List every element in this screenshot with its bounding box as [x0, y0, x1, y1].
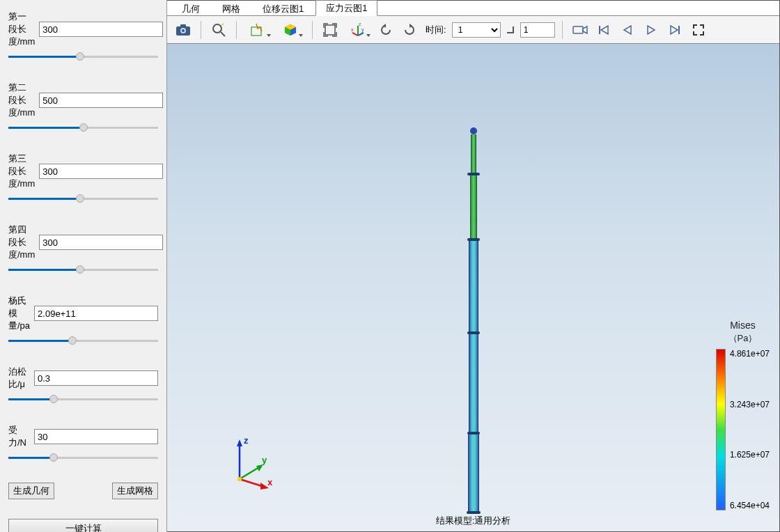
view-orientation-button[interactable]: zyx: [343, 19, 373, 40]
tab-geometry[interactable]: 几何: [171, 1, 210, 16]
legend-unit: （Pa）: [716, 332, 770, 345]
chevron-down-icon: [299, 34, 303, 37]
step-end-icon: [506, 26, 515, 34]
svg-point-3: [182, 29, 185, 32]
svg-line-33: [240, 467, 259, 479]
view-tabs: 几何 网格 位移云图1 应力云图1: [167, 1, 779, 16]
video-camera-icon: [572, 24, 588, 36]
3d-viewport[interactable]: z y x Mises （Pa） 4.861e+07 3.243e+07 1.6…: [167, 44, 779, 531]
svg-point-4: [213, 24, 221, 33]
svg-rect-1: [180, 24, 186, 27]
svg-marker-26: [624, 26, 631, 34]
param-label: 杨氏模量/pa: [8, 295, 30, 332]
fit-icon: [323, 23, 337, 37]
play-button[interactable]: [641, 19, 662, 40]
legend-tick: 3.243e+07: [730, 400, 770, 409]
generate-mesh-button[interactable]: 生成网格: [112, 483, 158, 499]
time-label: 时间:: [426, 24, 446, 36]
tab-mesh[interactable]: 网格: [212, 1, 251, 16]
chevron-down-icon: [366, 34, 370, 37]
param-label: 第四段长度/mm: [8, 224, 35, 261]
time-end-button[interactable]: [504, 19, 517, 40]
svg-rect-29: [678, 26, 680, 34]
svg-text:y: y: [262, 455, 267, 465]
screenshot-button[interactable]: [173, 19, 194, 40]
axes-icon: zyx: [351, 23, 365, 37]
param-label: 第三段长度/mm: [8, 152, 35, 190]
length1-slider[interactable]: [8, 52, 158, 62]
legend-colorbar: [716, 349, 726, 510]
svg-text:x: x: [267, 477, 273, 487]
length4-slider[interactable]: [8, 265, 158, 275]
svg-marker-34: [256, 464, 263, 471]
length2-input[interactable]: [39, 93, 163, 108]
model-rod: [469, 127, 478, 514]
svg-marker-31: [237, 439, 242, 446]
fullscreen-button[interactable]: [688, 19, 709, 40]
rotate-cw-button[interactable]: [399, 19, 420, 40]
time-select[interactable]: 1: [452, 22, 501, 38]
poisson-ratio-input[interactable]: [34, 370, 158, 386]
skip-start-icon: [598, 24, 609, 36]
zoom-button[interactable]: [208, 19, 229, 40]
play-reverse-icon: [622, 24, 633, 36]
tab-displacement[interactable]: 位移云图1: [252, 1, 314, 16]
cursor-box-icon: [251, 23, 266, 37]
generate-geometry-button[interactable]: 生成几何: [8, 483, 54, 499]
rotate-ccw-button[interactable]: [375, 19, 396, 40]
svg-rect-22: [573, 26, 583, 33]
svg-line-14: [352, 33, 358, 36]
play-icon: [646, 24, 657, 36]
youngs-modulus-slider[interactable]: [8, 336, 158, 346]
rotate-cw-icon: [403, 23, 416, 37]
compute-button[interactable]: 一键计算: [8, 519, 158, 532]
chevron-down-icon: [267, 34, 271, 37]
svg-point-39: [237, 477, 242, 481]
svg-line-5: [221, 32, 225, 36]
svg-line-13: [358, 33, 364, 36]
legend-title: Mises: [716, 320, 770, 331]
selection-mode-button[interactable]: [244, 19, 273, 40]
svg-text:y: y: [361, 27, 364, 33]
svg-marker-23: [583, 26, 587, 33]
skip-end-icon: [669, 24, 680, 36]
legend-tick: 6.454e+04: [730, 501, 770, 510]
frame-spin[interactable]: [520, 22, 555, 38]
fit-view-button[interactable]: [320, 19, 341, 40]
first-frame-button[interactable]: [593, 19, 614, 40]
svg-text:x: x: [351, 27, 354, 32]
record-button[interactable]: [570, 19, 591, 40]
length3-input[interactable]: [39, 164, 163, 179]
length2-slider[interactable]: [8, 123, 158, 133]
svg-rect-21: [507, 32, 513, 33]
poisson-ratio-slider[interactable]: [8, 395, 158, 405]
param-label: 泊松比/μ: [8, 366, 30, 391]
magnifier-icon: [212, 23, 226, 37]
expand-icon: [693, 24, 704, 36]
viewport-toolbar: zyx 时间: 1: [167, 16, 779, 44]
tab-stress[interactable]: 应力云图1: [315, 0, 377, 16]
svg-rect-6: [251, 27, 261, 36]
svg-marker-28: [671, 26, 678, 34]
svg-line-36: [240, 479, 264, 487]
prev-frame-button[interactable]: [617, 19, 638, 40]
result-model-label: 结果模型:通用分析: [436, 515, 511, 527]
youngs-modulus-input[interactable]: [34, 306, 158, 321]
svg-rect-11: [325, 25, 335, 35]
length4-input[interactable]: [39, 235, 163, 250]
legend-tick: 1.625e+07: [730, 450, 770, 460]
parameter-panel: 第一段长度/mm 第二段长度/mm 第三段长度/mm: [0, 0, 167, 532]
next-frame-button[interactable]: [664, 19, 685, 40]
force-input[interactable]: [34, 429, 158, 444]
force-slider[interactable]: [8, 453, 158, 463]
render-style-button[interactable]: [276, 19, 305, 40]
svg-text:z: z: [244, 435, 249, 446]
svg-marker-25: [601, 26, 608, 34]
length3-slider[interactable]: [8, 194, 158, 204]
orientation-triad: z y x: [226, 434, 281, 490]
svg-text:z: z: [359, 23, 361, 26]
color-legend: Mises （Pa） 4.861e+07 3.243e+07 1.625e+07…: [716, 320, 770, 510]
length1-input[interactable]: [39, 22, 163, 37]
param-label: 第二段长度/mm: [8, 81, 35, 119]
cube-color-icon: [283, 23, 297, 37]
